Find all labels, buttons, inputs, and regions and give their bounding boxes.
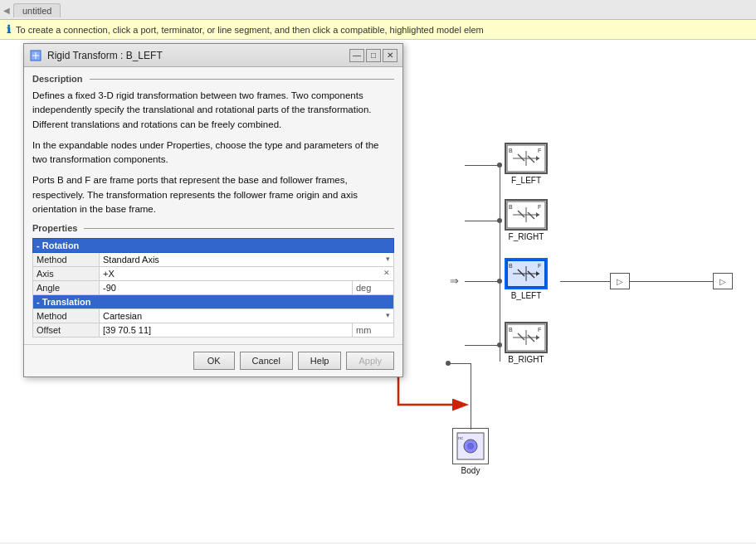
block-f-right[interactable]: B F F_RIGHT: [505, 199, 548, 241]
ok-button[interactable]: OK: [193, 352, 235, 370]
dialog-titlebar: Rigid Transform : B_LEFT — □ ✕: [24, 44, 402, 67]
translation-offset-unit: mm: [353, 323, 394, 338]
dialog-body: Description Defines a fixed 3-D rigid tr…: [24, 67, 402, 344]
description-text-3: Ports B and F are frame ports that repre…: [32, 173, 394, 216]
minimize-button[interactable]: —: [349, 49, 364, 62]
translation-method-value[interactable]: Cartesian ▾: [100, 309, 394, 323]
connection-line-h-b-left: [465, 281, 500, 282]
translation-offset-value[interactable]: [39 70.5 11]: [100, 323, 353, 338]
f-left-icon: B F: [506, 144, 546, 172]
rotation-angle-value[interactable]: -90: [100, 281, 353, 295]
svg-point-34: [467, 443, 474, 449]
help-button[interactable]: Help: [298, 352, 342, 370]
svg-text:F: F: [538, 148, 541, 153]
close-button[interactable]: ✕: [383, 49, 398, 62]
port-dot-2: [497, 218, 502, 223]
svg-text:B: B: [509, 263, 513, 269]
svg-text:B: B: [509, 327, 513, 333]
svg-text:nc: nc: [458, 435, 463, 440]
rotation-group-header[interactable]: - Rotation: [33, 239, 394, 253]
rotation-axis-row: Axis +X ✕: [33, 267, 394, 281]
properties-label: Properties: [32, 223, 80, 233]
double-arrow-left: ⇒: [450, 274, 459, 287]
dialog-title: Rigid Transform : B_LEFT: [47, 50, 348, 61]
svg-text:F: F: [538, 263, 541, 269]
block-f-left[interactable]: B F F_LEFT: [505, 143, 548, 185]
rotation-angle-row: Angle -90 deg: [33, 281, 394, 295]
info-text: To create a connection, click a port, te…: [16, 25, 484, 35]
rotation-angle-label: Angle: [33, 281, 100, 295]
cancel-button[interactable]: Cancel: [240, 352, 293, 370]
port-dot-1: [497, 163, 502, 168]
svg-text:F: F: [538, 327, 541, 333]
block-b-left[interactable]: B F B_LEFT: [505, 258, 548, 300]
body-block[interactable]: nc Body: [452, 428, 489, 475]
connection-v-body: [471, 363, 471, 430]
rotation-axis-value[interactable]: +X ✕: [100, 267, 394, 281]
port-dot-4: [497, 342, 502, 347]
svg-text:B: B: [509, 148, 513, 153]
apply-button[interactable]: Apply: [346, 352, 394, 370]
b-left-icon: B F: [506, 260, 546, 288]
dialog-icon: [29, 49, 42, 62]
f-right-icon: B F: [506, 201, 546, 229]
translation-group-label: - Translation: [33, 295, 394, 309]
description-divider: [90, 79, 394, 80]
dialog-title-icon: [30, 50, 41, 61]
description-text-2: In the expandable nodes under Properties…: [32, 138, 394, 168]
body-label: Body: [452, 466, 489, 475]
translation-method-dropdown[interactable]: ▾: [386, 311, 390, 319]
description-section-header: Description: [32, 74, 394, 84]
f-left-label: F_LEFT: [505, 176, 548, 185]
f-right-label: F_RIGHT: [505, 232, 548, 241]
connection-line-b-left-right: [560, 281, 610, 282]
rotation-method-row: Method Standard Axis ▾: [33, 253, 394, 267]
translation-offset-row: Offset [39 70.5 11] mm: [33, 323, 394, 338]
dialog-buttons: OK Cancel Help Apply: [24, 344, 402, 376]
rotation-method-label: Method: [33, 253, 100, 267]
rotation-axis-label: Axis: [33, 267, 100, 281]
port-dot-3: [497, 279, 502, 284]
info-banner: ℹ To create a connection, click a port, …: [0, 20, 756, 40]
block-b-right[interactable]: B F B_RIGHT: [505, 322, 548, 364]
rotation-angle-unit: deg: [353, 281, 394, 295]
restore-button[interactable]: □: [366, 49, 381, 62]
b-right-label: B_RIGHT: [505, 355, 548, 364]
connection-h-body: [448, 363, 471, 364]
properties-section-header: Properties: [32, 223, 394, 233]
rotation-group-label: - Rotation: [33, 239, 394, 253]
rotation-axis-dropdown[interactable]: ✕: [383, 269, 390, 277]
connection-line-v1: [500, 163, 500, 362]
rotation-method-dropdown[interactable]: ▾: [386, 255, 390, 263]
properties-divider: [84, 228, 394, 229]
port-dot-body: [446, 361, 451, 366]
tab-bar: ◀ untitled: [0, 0, 756, 20]
connection-line-h-f-left: [465, 165, 500, 166]
description-text-1: Defines a fixed 3-D rigid transformation…: [32, 89, 394, 132]
tab-back-button[interactable]: ◀: [3, 6, 10, 15]
svg-text:F: F: [538, 204, 541, 210]
properties-section: Properties - Rotation Method Standard Ax…: [32, 223, 394, 338]
b-right-icon: B F: [506, 323, 546, 352]
rotation-method-value[interactable]: Standard Axis ▾: [100, 253, 394, 267]
terminator-block[interactable]: ▷: [610, 273, 630, 289]
info-icon: ℹ: [7, 23, 11, 36]
dialog-rigid-transform: Rigid Transform : B_LEFT — □ ✕ Descripti…: [23, 43, 403, 377]
translation-method-row: Method Cartesian ▾: [33, 309, 394, 323]
connection-line-long-right: [630, 281, 713, 282]
svg-text:B: B: [509, 204, 513, 210]
b-left-label: B_LEFT: [505, 291, 548, 300]
connection-line-h-b-right: [465, 345, 500, 346]
translation-method-label: Method: [33, 309, 100, 323]
body-block-icon: nc: [456, 431, 485, 461]
connection-line-h-f-right: [465, 221, 500, 221]
untitled-tab[interactable]: untitled: [13, 3, 61, 17]
properties-table: - Rotation Method Standard Axis ▾ Axis: [32, 238, 394, 338]
main-content: ▷ ▷ ⇒ B F F_LEFT: [0, 40, 756, 542]
description-label: Description: [32, 74, 86, 84]
translation-group-header[interactable]: - Translation: [33, 295, 394, 309]
translation-offset-label: Offset: [33, 323, 100, 338]
terminator-block-2[interactable]: ▷: [713, 273, 733, 289]
